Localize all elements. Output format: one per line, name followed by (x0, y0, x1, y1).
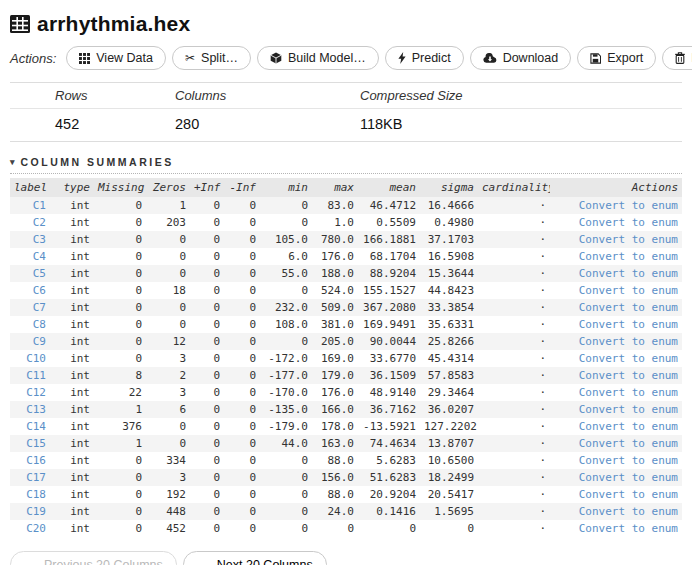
zeros-count: 12 (146, 333, 190, 350)
actions-toolbar: Actions: View Data ✂ Split… Build Model… (10, 46, 682, 70)
table-row: C1 int 0 1 0 0 0 83.0 46.4712 16.4666 · … (10, 197, 682, 214)
table-row: C11 int 8 2 0 0 -177.0 179.0 36.1509 57.… (10, 367, 682, 384)
max-value: 163.0 (312, 435, 358, 452)
convert-to-enum-link[interactable]: Convert to enum (579, 420, 678, 433)
previous-20-columns-button[interactable]: ← Previous 20 Columns (10, 551, 177, 565)
cardinality-value: · (478, 452, 550, 469)
convert-to-enum-link[interactable]: Convert to enum (579, 301, 678, 314)
export-button[interactable]: Export (577, 46, 656, 70)
convert-to-enum-link[interactable]: Convert to enum (579, 454, 678, 467)
mean-value: 166.1881 (358, 231, 420, 248)
max-value: 169.0 (312, 350, 358, 367)
column-label: C15 (10, 435, 50, 452)
table-row: C9 int 0 12 0 0 0 205.0 90.0044 25.8266 … (10, 333, 682, 350)
table-row: C17 int 0 3 0 0 0 156.0 51.6283 18.2499 … (10, 469, 682, 486)
cardinality-value: · (478, 231, 550, 248)
column-type: int (50, 282, 94, 299)
size-header: Compressed Size (360, 83, 682, 108)
export-label: Export (607, 51, 643, 65)
sigma-value: 36.0207 (420, 401, 478, 418)
download-button[interactable]: Download (470, 46, 572, 70)
zeros-count: 2 (146, 367, 190, 384)
min-value: 0 (260, 503, 312, 520)
zeros-count: 0 (146, 435, 190, 452)
mean-value: 5.6283 (358, 452, 420, 469)
actions-label: Actions: (10, 51, 56, 66)
convert-to-enum-link[interactable]: Convert to enum (579, 522, 678, 535)
sigma-value: 37.1703 (420, 231, 478, 248)
convert-to-enum-link[interactable]: Convert to enum (579, 505, 678, 518)
sigma-value: 16.5908 (420, 248, 478, 265)
column-label: C20 (10, 520, 50, 537)
zeros-count: 334 (146, 452, 190, 469)
missing-count: 0 (94, 265, 146, 282)
column-label: C19 (10, 503, 50, 520)
convert-to-enum-link[interactable]: Convert to enum (579, 369, 678, 382)
neg-inf-count: 0 (224, 520, 260, 537)
convert-to-enum-link[interactable]: Convert to enum (579, 267, 678, 280)
predict-button[interactable]: Predict (385, 46, 464, 70)
build-model-button[interactable]: Build Model… (257, 46, 379, 70)
sigma-value: 127.2202 (420, 418, 478, 435)
convert-to-enum-link[interactable]: Convert to enum (579, 403, 678, 416)
cardinality-value: · (478, 503, 550, 520)
convert-to-enum-link[interactable]: Convert to enum (579, 318, 678, 331)
column-label: C11 (10, 367, 50, 384)
missing-count: 1 (94, 401, 146, 418)
pos-inf-count: 0 (190, 367, 224, 384)
column-type: int (50, 520, 94, 537)
neg-inf-count: 0 (224, 350, 260, 367)
column-summaries-toggle[interactable]: ▾ COLUMN SUMMARIES (10, 156, 682, 174)
delete-button[interactable]: Delete (662, 46, 692, 70)
neg-inf-count: 0 (224, 384, 260, 401)
split-button[interactable]: ✂ Split… (172, 46, 251, 70)
missing-count: 0 (94, 520, 146, 537)
cardinality-value: · (478, 333, 550, 350)
cloud-download-icon (483, 53, 497, 64)
column-type: int (50, 486, 94, 503)
col-header-max: max (312, 178, 358, 197)
convert-to-enum-link[interactable]: Convert to enum (579, 284, 678, 297)
column-type: int (50, 197, 94, 214)
cardinality-value: · (478, 299, 550, 316)
mean-value: 33.6770 (358, 350, 420, 367)
convert-to-enum-link[interactable]: Convert to enum (579, 437, 678, 450)
convert-to-enum-link[interactable]: Convert to enum (579, 199, 678, 212)
table-row: C15 int 1 0 0 0 44.0 163.0 74.4634 13.87… (10, 435, 682, 452)
cardinality-value: · (478, 350, 550, 367)
zeros-count: 1 (146, 197, 190, 214)
next-label: Next 20 Columns (217, 558, 313, 565)
rows-header: Rows (55, 83, 175, 108)
convert-to-enum-link[interactable]: Convert to enum (579, 488, 678, 501)
cardinality-value: · (478, 316, 550, 333)
zeros-count: 18 (146, 282, 190, 299)
convert-to-enum-link[interactable]: Convert to enum (579, 216, 678, 229)
pos-inf-count: 0 (190, 231, 224, 248)
pos-inf-count: 0 (190, 435, 224, 452)
convert-to-enum-link[interactable]: Convert to enum (579, 386, 678, 399)
view-data-button[interactable]: View Data (66, 46, 166, 70)
cardinality-value: · (478, 418, 550, 435)
convert-to-enum-link[interactable]: Convert to enum (579, 250, 678, 263)
neg-inf-count: 0 (224, 367, 260, 384)
sigma-value: 1.5695 (420, 503, 478, 520)
missing-count: 1 (94, 435, 146, 452)
sigma-value: 25.8266 (420, 333, 478, 350)
pos-inf-count: 0 (190, 282, 224, 299)
max-value: 176.0 (312, 384, 358, 401)
convert-to-enum-link[interactable]: Convert to enum (579, 352, 678, 365)
column-type: int (50, 503, 94, 520)
convert-to-enum-link[interactable]: Convert to enum (579, 233, 678, 246)
mean-value: 74.4634 (358, 435, 420, 452)
table-row: C7 int 0 0 0 0 232.0 509.0 367.2080 33.3… (10, 299, 682, 316)
column-label: C9 (10, 333, 50, 350)
pos-inf-count: 0 (190, 418, 224, 435)
column-type: int (50, 367, 94, 384)
neg-inf-count: 0 (224, 214, 260, 231)
convert-to-enum-link[interactable]: Convert to enum (579, 471, 678, 484)
table-row: C5 int 0 0 0 0 55.0 188.0 88.9204 15.364… (10, 265, 682, 282)
mean-value: 36.1509 (358, 367, 420, 384)
convert-to-enum-link[interactable]: Convert to enum (579, 335, 678, 348)
mean-value: 36.7162 (358, 401, 420, 418)
next-20-columns-button[interactable]: → Next 20 Columns (183, 551, 327, 565)
